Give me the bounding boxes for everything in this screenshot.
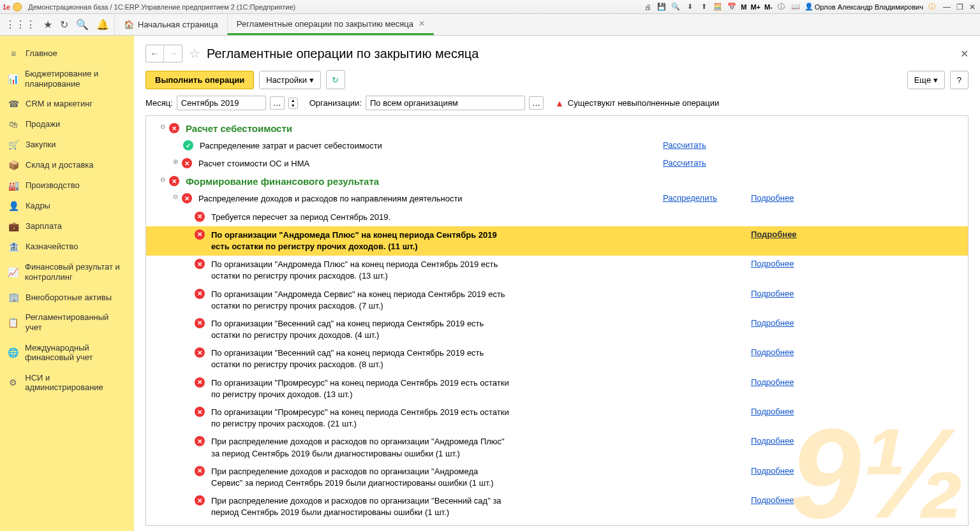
search-icon[interactable]: 🔍 bbox=[671, 2, 681, 12]
tree-row[interactable]: ✕ При распределение доходов и расходов п… bbox=[146, 463, 968, 492]
expand-icon[interactable]: ⊕ bbox=[172, 158, 179, 165]
sidebar-item-sales[interactable]: 🛍Продажи bbox=[0, 114, 134, 135]
tree-row[interactable]: ✕ По организации "Промресурс" на конец п… bbox=[146, 404, 968, 433]
sidebar-label: Продажи bbox=[26, 119, 60, 129]
sidebar-item-admin[interactable]: ⚙НСИ и администрирование bbox=[0, 368, 134, 398]
m-minus-icon[interactable]: M- bbox=[764, 3, 773, 11]
calc-link[interactable]: Рассчитать bbox=[663, 140, 706, 150]
settings-label: Настройки bbox=[266, 75, 307, 85]
details-link[interactable]: Подробнее bbox=[751, 436, 794, 446]
tree-row[interactable]: ✕ По организации "Промресурс" на конец п… bbox=[146, 374, 968, 404]
save-icon[interactable]: 💾 bbox=[657, 2, 667, 12]
month-picker-button[interactable]: … bbox=[270, 96, 285, 110]
forward-icon[interactable]: → bbox=[164, 45, 182, 62]
info1-icon[interactable]: ⓘ bbox=[776, 2, 787, 12]
more-button[interactable]: Еще ▾ bbox=[907, 71, 945, 89]
calendar-icon[interactable]: 📅 bbox=[727, 2, 737, 12]
month-stepper[interactable]: ▲▼ bbox=[288, 98, 298, 109]
tree-row[interactable]: ✕ По организации "Андромеда Плюс" на кон… bbox=[146, 256, 968, 285]
section-title: Формирование финансового результата bbox=[186, 176, 379, 187]
tree-row[interactable]: ⊖ ✕ Распределение доходов и расходов по … bbox=[146, 190, 968, 208]
collapse-icon[interactable]: ⊖ bbox=[172, 193, 179, 200]
apps-icon[interactable]: ⋮⋮⋮ bbox=[5, 18, 36, 31]
up-icon[interactable]: ⬆ bbox=[699, 2, 709, 12]
error-icon: ✕ bbox=[195, 229, 205, 240]
m-plus-icon[interactable]: M+ bbox=[750, 3, 761, 11]
box-icon: 📦 bbox=[8, 160, 19, 170]
tree-row[interactable]: ✕ По организации "Весенний сад" на конец… bbox=[146, 344, 968, 374]
briefcase-icon: 💼 bbox=[8, 221, 19, 231]
tree-row[interactable]: ✕ Требуется пересчет за период Сентябрь … bbox=[146, 208, 968, 226]
details-link[interactable]: Подробнее bbox=[751, 289, 794, 298]
print-icon[interactable]: 🖨 bbox=[642, 2, 653, 12]
winbtn-yellow[interactable] bbox=[13, 3, 22, 11]
help-button[interactable]: ? bbox=[950, 71, 969, 89]
sidebar-item-crm[interactable]: ☎CRM и маркетинг bbox=[0, 94, 134, 114]
details-link[interactable]: Подробнее bbox=[751, 259, 794, 268]
maximize-icon[interactable]: ❐ bbox=[956, 3, 963, 11]
star-icon[interactable]: ★ bbox=[43, 18, 52, 31]
details-link[interactable]: Подробнее bbox=[751, 193, 794, 203]
details-link[interactable]: Подробнее bbox=[751, 495, 794, 505]
tree-row[interactable]: ✕ При распределение доходов и расходов п… bbox=[146, 433, 968, 462]
calc-link[interactable]: Рассчитать bbox=[663, 158, 706, 168]
up-arrow-icon[interactable]: ▲ bbox=[289, 98, 297, 103]
m-icon[interactable]: M bbox=[741, 3, 746, 11]
sidebar-item-regulated[interactable]: 📋Регламентированный учет bbox=[0, 307, 134, 337]
down-arrow-icon[interactable]: ▼ bbox=[289, 103, 297, 108]
sidebar-item-finance[interactable]: 📈Финансовый результат и контроллинг bbox=[0, 257, 134, 287]
org-input[interactable] bbox=[366, 96, 525, 110]
details-link[interactable]: Подробнее bbox=[751, 229, 797, 239]
distribute-link[interactable]: Распределить bbox=[663, 193, 717, 203]
tree-row[interactable]: ✓ Распределение затрат и расчет себестои… bbox=[146, 137, 968, 155]
tab-close-icon[interactable]: ✕ bbox=[419, 19, 425, 28]
refresh-button[interactable]: ↻ bbox=[326, 70, 345, 89]
sidebar-item-assets[interactable]: 🏢Внеоборотные активы bbox=[0, 287, 134, 307]
bell-icon[interactable]: 🔔 bbox=[96, 18, 109, 31]
settings-button[interactable]: Настройки ▾ bbox=[259, 71, 320, 89]
back-icon[interactable]: ← bbox=[146, 45, 164, 62]
tree-row[interactable]: ✕ По организации "Весенний сад" на конец… bbox=[146, 315, 968, 344]
section-row[interactable]: ⊖ ✕ Формирование финансового результата bbox=[146, 173, 968, 190]
execute-button[interactable]: Выполнить операции bbox=[145, 71, 254, 89]
tab-home[interactable]: 🏠 Начальная страница bbox=[114, 14, 227, 35]
details-link[interactable]: Подробнее bbox=[751, 466, 794, 476]
details-link[interactable]: Подробнее bbox=[751, 407, 794, 416]
content-header: ← → ☆ Регламентные операции по закрытию … bbox=[145, 45, 969, 62]
error-icon: ✕ bbox=[182, 193, 192, 203]
sidebar-item-purchase[interactable]: 🛒Закупки bbox=[0, 135, 134, 155]
book-icon[interactable]: 📖 bbox=[791, 2, 801, 12]
sidebar-item-budget[interactable]: 📊Бюджетирование и планирование bbox=[0, 64, 134, 94]
sidebar-item-salary[interactable]: 💼Зарплата bbox=[0, 216, 134, 236]
down-icon[interactable]: ⬇ bbox=[685, 2, 695, 12]
sidebar-item-warehouse[interactable]: 📦Склад и доставка bbox=[0, 155, 134, 175]
tree-row-selected[interactable]: ✕ По организации "Андромеда Плюс" на кон… bbox=[146, 226, 968, 256]
details-link[interactable]: Подробнее bbox=[751, 377, 794, 387]
sidebar-item-main[interactable]: ≡Главное bbox=[0, 43, 134, 64]
calc-icon[interactable]: 🧮 bbox=[713, 2, 723, 12]
collapse-icon[interactable]: ⊖ bbox=[159, 123, 167, 130]
row-text: По организации "Андромеда Плюс" на конец… bbox=[211, 229, 511, 252]
close-content-icon[interactable]: ✕ bbox=[960, 48, 969, 60]
tree-row[interactable]: ⊕ ✕ Расчет стоимости ОС и НМА Рассчитать bbox=[146, 155, 968, 173]
minimize-icon[interactable]: — bbox=[943, 3, 951, 11]
org-picker-button[interactable]: … bbox=[529, 96, 544, 110]
sidebar-item-treasury[interactable]: 🏦Казначейство bbox=[0, 236, 134, 257]
details-link[interactable]: Подробнее bbox=[751, 318, 794, 328]
search2-icon[interactable]: 🔍 bbox=[76, 18, 89, 31]
history-icon[interactable]: ↻ bbox=[60, 18, 68, 31]
collapse-icon[interactable]: ⊖ bbox=[159, 176, 167, 183]
section-row[interactable]: ⊖ ✕ Расчет себестоимости bbox=[146, 120, 968, 137]
month-input[interactable] bbox=[177, 96, 266, 110]
sidebar-item-production[interactable]: 🏭Производство bbox=[0, 175, 134, 196]
details-link[interactable]: Подробнее bbox=[751, 347, 794, 357]
sidebar-item-hr[interactable]: 👤Кадры bbox=[0, 196, 134, 216]
favorite-icon[interactable]: ☆ bbox=[189, 46, 200, 61]
tree-row[interactable]: ✕ При распределение доходов и расходов п… bbox=[146, 492, 968, 521]
tree-row[interactable]: ✕ По организации "Андромеда Сервис" на к… bbox=[146, 286, 968, 315]
tab-closing-operations[interactable]: Регламентные операции по закрытию месяца… bbox=[227, 14, 434, 35]
info2-icon[interactable]: ⓘ bbox=[927, 2, 937, 12]
user-label[interactable]: 👤 Орлов Александр Владимирович bbox=[805, 3, 923, 11]
sidebar-item-ifrs[interactable]: 🌐Международный финансовый учет bbox=[0, 338, 134, 368]
close-window-icon[interactable]: ✕ bbox=[969, 3, 976, 11]
